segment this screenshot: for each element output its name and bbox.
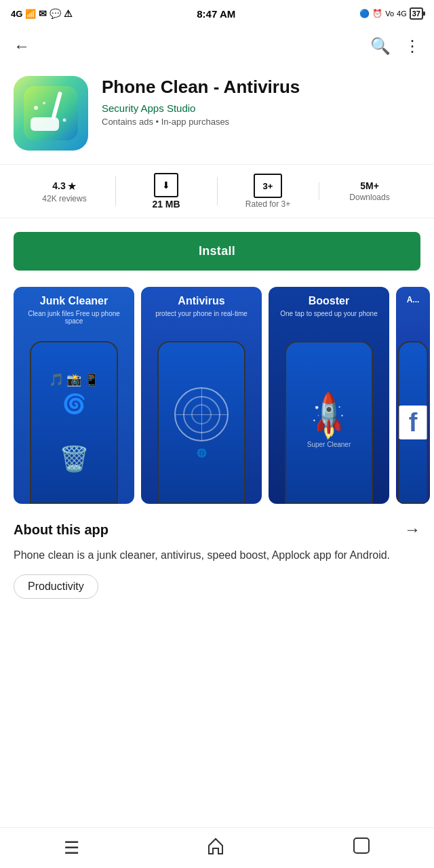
stat-size: ⬇ 21 MB [115,173,217,210]
screenshot-booster[interactable]: Booster One tap to speed up your phone 🚀… [269,287,389,504]
screenshot-junk[interactable]: Junk Cleaner Clean junk files Free up ph… [14,287,134,504]
rocket-icon: 🚀 [301,388,357,443]
back-square-icon[interactable] [352,836,371,860]
star-icon: ★ [67,180,77,193]
svg-rect-6 [354,838,369,853]
rating-label: 42K reviews [42,194,86,203]
app-info: Phone Clean - Antivirus Security Apps St… [102,76,420,127]
about-header: About this app → [14,520,420,539]
4g-icon: 4G [397,9,407,18]
svg-point-3 [34,106,38,110]
signal-bars: 📶 [25,9,36,19]
bluetooth-icon: 🔵 [359,9,370,18]
alarm-icon: ⏰ [372,9,382,18]
screenshot-booster-subtitle: One tap to speed up your phone [269,310,389,317]
rated-value: 3+ [263,181,273,191]
screenshot-antivirus-title: Antivirus [141,287,262,310]
phone-junk: 🎵📸📱 🌀 🗑️ [30,341,118,504]
app-icon [14,76,88,151]
svg-point-4 [43,102,45,104]
stat-rating: 4.3 ★ 42K reviews [14,180,115,203]
screenshot-booster-title: Booster [269,287,389,310]
about-section: About this app → Phone clean is a junk c… [0,520,434,612]
alert-icon: ⚠ [64,8,73,19]
rated-icon: 3+ [254,174,282,198]
radar-icon [174,387,229,441]
screenshot-applock[interactable]: A... f [396,287,430,504]
back-button[interactable]: ← [14,37,30,56]
screenshot-junk-title: Junk Cleaner [14,287,134,310]
stat-rated: 3+ Rated for 3+ [217,174,319,209]
volte-icon: Vo [385,9,394,18]
screenshot-antivirus-subtitle: protect your phone in real-time [141,310,262,317]
rating-value: 4.3 [52,180,65,191]
phone-booster: 🚀 Super Cleaner [285,341,373,504]
home-icon[interactable] [206,836,225,860]
fb-icon: f [398,406,429,439]
status-time: 8:47 AM [197,8,235,20]
rated-label: Rated for 3+ [245,199,290,209]
app-meta: Contains ads • In-app purchases [102,117,420,127]
downloads-label: Downloads [349,193,389,202]
more-button[interactable]: ⋮ [404,37,420,56]
about-text: Phone clean is a junk cleaner, antivirus… [14,547,420,564]
screenshot-junk-subtitle: Clean junk files Free up phone space [14,310,134,325]
status-right: 🔵 ⏰ Vo 4G 37 [359,7,423,20]
top-nav: ← 🔍 ⋮ [0,27,434,65]
battery-icon: 37 [410,7,423,20]
app-title: Phone Clean - Antivirus [102,76,420,98]
install-button[interactable]: Install [14,232,420,271]
app-developer[interactable]: Security Apps Studio [102,102,420,114]
status-left: 4G 📶 ✉ 💬 ⚠ [11,8,73,19]
search-button[interactable]: 🔍 [370,37,391,56]
status-bar: 4G 📶 ✉ 💬 ⚠ 8:47 AM 🔵 ⏰ Vo 4G 37 [0,0,434,27]
signal-icon: 4G [11,9,22,19]
about-arrow-icon[interactable]: → [404,520,420,539]
productivity-tag[interactable]: Productivity [14,574,98,599]
svg-rect-2 [31,117,59,131]
phone-applock: f [398,341,429,504]
download-icon: ⬇ [154,173,178,197]
about-title: About this app [14,522,108,538]
nav-actions: 🔍 ⋮ [370,37,420,56]
stat-downloads: 5M+ Downloads [319,180,420,202]
svg-rect-0 [24,86,78,140]
downloads-value: 5M+ [360,180,379,191]
size-value: 21 MB [152,199,180,210]
screenshot-antivirus[interactable]: Antivirus protect your phone in real-tim… [141,287,262,504]
phone-antivirus: 🌐 [157,341,245,504]
screenshot-applock-title: A... [396,287,430,307]
app-header: Phone Clean - Antivirus Security Apps St… [0,65,434,164]
menu-icon[interactable]: ☰ [64,837,79,859]
stats-row: 4.3 ★ 42K reviews ⬇ 21 MB 3+ Rated for 3… [0,164,434,218]
screenshots-row: Junk Cleaner Clean junk files Free up ph… [0,287,434,520]
email-icon: ✉ [39,8,47,19]
svg-point-5 [63,119,66,122]
bottom-nav: ☰ [0,827,434,868]
whatsapp-icon: 💬 [50,8,61,19]
